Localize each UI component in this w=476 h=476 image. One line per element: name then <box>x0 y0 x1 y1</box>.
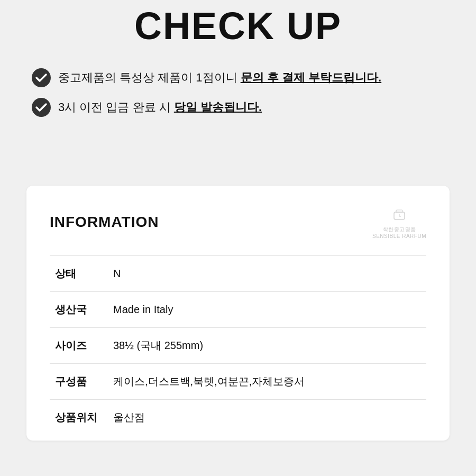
info-value-3: 케이스,더스트백,북렛,여분끈,자체보증서 <box>108 364 426 400</box>
watermark-text: 착한중고명품 SENSIBLE RARFUM <box>372 226 426 240</box>
info-section-title: INFORMATION <box>50 214 159 231</box>
info-value-2: 38½ (국내 255mm) <box>108 328 426 364</box>
check-text-2-bold: 당일 발송됩니다. <box>174 100 262 114</box>
check-text-2-before: 3시 이전 입금 완료 시 <box>58 100 174 114</box>
svg-point-0 <box>32 68 51 87</box>
info-label-4: 상품위치 <box>50 400 108 436</box>
info-label-3: 구성품 <box>50 364 108 400</box>
info-row-1: 생산국Made in Italy <box>50 292 426 328</box>
check-text-1: 중고제품의 특성상 제품이 1점이니 문의 후 결제 부탁드립니다. <box>58 70 381 86</box>
watermark-logo: 착한중고명품 SENSIBLE RARFUM <box>372 205 426 240</box>
watermark-icon <box>389 205 409 225</box>
info-row-3: 구성품케이스,더스트백,북렛,여분끈,자체보증서 <box>50 364 426 400</box>
info-value-4: 울산점 <box>108 400 426 436</box>
checkmark-icon-2 <box>32 98 51 117</box>
info-row-0: 상태N <box>50 256 426 292</box>
info-card: INFORMATION 착한중고명품 SENSIBLE RARFUM 상태N생산… <box>26 186 450 441</box>
info-card-header: INFORMATION 착한중고명품 SENSIBLE RARFUM <box>50 205 426 240</box>
checkmark-icon-1 <box>32 68 51 87</box>
check-text-2: 3시 이전 입금 완료 시 당일 발송됩니다. <box>58 99 262 116</box>
info-value-0: N <box>108 256 426 292</box>
svg-point-1 <box>32 98 51 117</box>
page-title: CHECK UP <box>21 5 455 47</box>
check-text-1-bold: 문의 후 결제 부탁드립니다. <box>241 71 381 84</box>
page-wrapper: CHECK UP 중고제품의 특성상 제품이 1점이니 문의 후 결제 부탁드립… <box>0 0 476 476</box>
check-text-1-before: 중고제품의 특성상 제품이 1점이니 <box>58 71 241 84</box>
info-label-2: 사이즈 <box>50 328 108 364</box>
check-item-2: 3시 이전 입금 완료 시 당일 발송됩니다. <box>32 98 455 117</box>
check-section: 중고제품의 특성상 제품이 1점이니 문의 후 결제 부탁드립니다. 3시 이전… <box>21 58 455 143</box>
info-row-4: 상품위치울산점 <box>50 400 426 436</box>
info-table: 상태N생산국Made in Italy사이즈38½ (국내 255mm)구성품케… <box>50 255 426 435</box>
info-label-0: 상태 <box>50 256 108 292</box>
header-section: CHECK UP <box>21 0 455 58</box>
info-label-1: 생산국 <box>50 292 108 328</box>
info-row-2: 사이즈38½ (국내 255mm) <box>50 328 426 364</box>
info-value-1: Made in Italy <box>108 292 426 328</box>
check-item-1: 중고제품의 특성상 제품이 1점이니 문의 후 결제 부탁드립니다. <box>32 68 455 87</box>
gap-section <box>21 143 455 186</box>
